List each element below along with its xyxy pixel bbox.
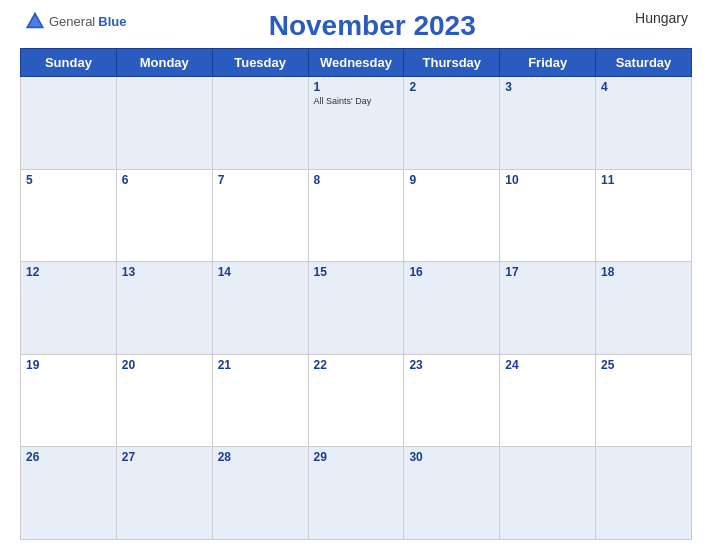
day-of-week-thursday: Thursday — [404, 49, 500, 77]
day-number: 4 — [601, 80, 686, 94]
calendar-cell: 3 — [500, 77, 596, 170]
day-number: 13 — [122, 265, 207, 279]
day-event: All Saints' Day — [314, 96, 399, 106]
calendar-cell: 2 — [404, 77, 500, 170]
day-number: 1 — [314, 80, 399, 94]
calendar-week-3: 12131415161718 — [21, 262, 692, 355]
day-number: 25 — [601, 358, 686, 372]
day-number: 12 — [26, 265, 111, 279]
day-number: 22 — [314, 358, 399, 372]
calendar-cell: 16 — [404, 262, 500, 355]
logo-icon — [24, 10, 46, 32]
calendar-cell — [21, 77, 117, 170]
calendar-cell: 30 — [404, 447, 500, 540]
day-number: 19 — [26, 358, 111, 372]
day-number: 29 — [314, 450, 399, 464]
calendar-cell: 13 — [116, 262, 212, 355]
day-number: 10 — [505, 173, 590, 187]
calendar-cell: 28 — [212, 447, 308, 540]
calendar-cell — [500, 447, 596, 540]
day-number: 2 — [409, 80, 494, 94]
calendar-cell: 17 — [500, 262, 596, 355]
calendar-cell: 23 — [404, 354, 500, 447]
calendar-table: SundayMondayTuesdayWednesdayThursdayFrid… — [20, 48, 692, 540]
day-number: 8 — [314, 173, 399, 187]
calendar-cell: 15 — [308, 262, 404, 355]
calendar-cell: 8 — [308, 169, 404, 262]
day-number: 17 — [505, 265, 590, 279]
calendar-cell: 21 — [212, 354, 308, 447]
day-number: 30 — [409, 450, 494, 464]
day-number: 5 — [26, 173, 111, 187]
calendar-cell: 25 — [596, 354, 692, 447]
day-of-week-saturday: Saturday — [596, 49, 692, 77]
calendar-cell — [596, 447, 692, 540]
calendar-cell: 18 — [596, 262, 692, 355]
calendar-cell: 9 — [404, 169, 500, 262]
day-number: 26 — [26, 450, 111, 464]
day-of-week-friday: Friday — [500, 49, 596, 77]
calendar-cell: 24 — [500, 354, 596, 447]
calendar-cell: 5 — [21, 169, 117, 262]
calendar-week-5: 2627282930 — [21, 447, 692, 540]
day-number: 6 — [122, 173, 207, 187]
calendar-week-1: 1All Saints' Day234 — [21, 77, 692, 170]
calendar-body: 1All Saints' Day234567891011121314151617… — [21, 77, 692, 540]
calendar-cell: 12 — [21, 262, 117, 355]
calendar-cell: 6 — [116, 169, 212, 262]
calendar-title: November 2023 — [269, 10, 476, 41]
day-of-week-tuesday: Tuesday — [212, 49, 308, 77]
calendar-cell: 7 — [212, 169, 308, 262]
calendar-cell: 20 — [116, 354, 212, 447]
day-of-week-wednesday: Wednesday — [308, 49, 404, 77]
calendar-cell — [212, 77, 308, 170]
day-number: 21 — [218, 358, 303, 372]
day-number: 23 — [409, 358, 494, 372]
calendar-cell: 10 — [500, 169, 596, 262]
calendar-cell: 27 — [116, 447, 212, 540]
calendar-week-2: 567891011 — [21, 169, 692, 262]
day-number: 9 — [409, 173, 494, 187]
day-number: 18 — [601, 265, 686, 279]
day-number: 7 — [218, 173, 303, 187]
day-of-week-monday: Monday — [116, 49, 212, 77]
day-number: 11 — [601, 173, 686, 187]
calendar-cell: 29 — [308, 447, 404, 540]
logo-text: General Blue — [24, 10, 126, 32]
calendar-cell: 14 — [212, 262, 308, 355]
day-number: 15 — [314, 265, 399, 279]
day-number: 14 — [218, 265, 303, 279]
day-number: 28 — [218, 450, 303, 464]
calendar-cell: 1All Saints' Day — [308, 77, 404, 170]
day-number: 16 — [409, 265, 494, 279]
day-of-week-sunday: Sunday — [21, 49, 117, 77]
calendar-cell — [116, 77, 212, 170]
logo-general-text: General — [49, 14, 95, 29]
days-of-week-row: SundayMondayTuesdayWednesdayThursdayFrid… — [21, 49, 692, 77]
calendar-header: General Blue November 2023 Hungary — [20, 10, 692, 42]
calendar-cell: 26 — [21, 447, 117, 540]
logo-blue-text: Blue — [98, 14, 126, 29]
calendar-cell: 4 — [596, 77, 692, 170]
calendar-header-row: SundayMondayTuesdayWednesdayThursdayFrid… — [21, 49, 692, 77]
day-number: 24 — [505, 358, 590, 372]
day-number: 3 — [505, 80, 590, 94]
day-number: 20 — [122, 358, 207, 372]
calendar-cell: 19 — [21, 354, 117, 447]
logo-area: General Blue — [24, 10, 126, 32]
country-label: Hungary — [618, 10, 688, 26]
title-area: November 2023 — [126, 10, 618, 42]
calendar-cell: 11 — [596, 169, 692, 262]
calendar-cell: 22 — [308, 354, 404, 447]
calendar-week-4: 19202122232425 — [21, 354, 692, 447]
day-number: 27 — [122, 450, 207, 464]
